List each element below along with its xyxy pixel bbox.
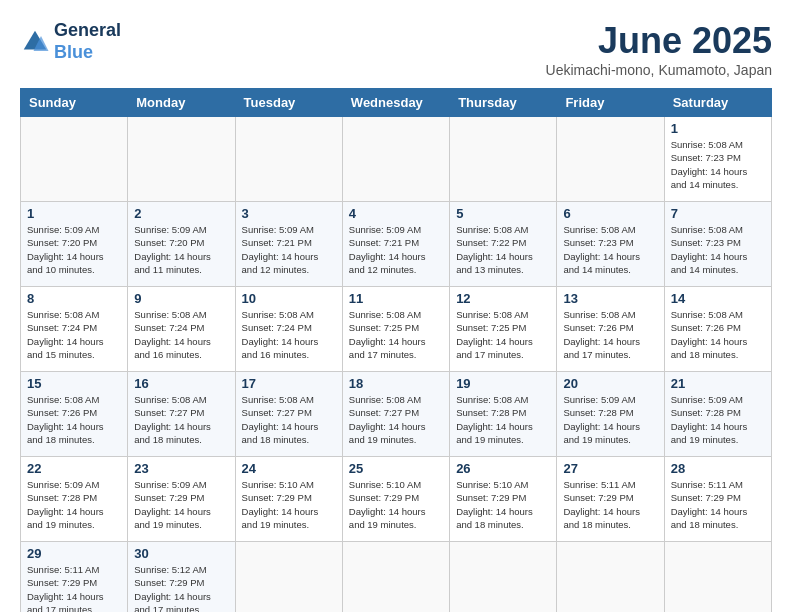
week-row-1: 1Sunrise: 5:08 AMSunset: 7:23 PMDaylight… bbox=[21, 117, 772, 202]
day-info: Sunrise: 5:09 AMSunset: 7:21 PMDaylight:… bbox=[242, 223, 336, 276]
day-info: Sunrise: 5:08 AMSunset: 7:27 PMDaylight:… bbox=[134, 393, 228, 446]
day-info: Sunrise: 5:08 AMSunset: 7:24 PMDaylight:… bbox=[134, 308, 228, 361]
day-info: Sunrise: 5:08 AMSunset: 7:23 PMDaylight:… bbox=[671, 223, 765, 276]
day-number: 3 bbox=[242, 206, 336, 221]
title-area: June 2025 Uekimachi-mono, Kumamoto, Japa… bbox=[546, 20, 772, 78]
week-row-5: 22Sunrise: 5:09 AMSunset: 7:28 PMDayligh… bbox=[21, 457, 772, 542]
calendar-cell: 18Sunrise: 5:08 AMSunset: 7:27 PMDayligh… bbox=[342, 372, 449, 457]
day-info: Sunrise: 5:08 AMSunset: 7:26 PMDaylight:… bbox=[671, 308, 765, 361]
day-number: 20 bbox=[563, 376, 657, 391]
week-row-6: 29Sunrise: 5:11 AMSunset: 7:29 PMDayligh… bbox=[21, 542, 772, 613]
day-number: 21 bbox=[671, 376, 765, 391]
day-number: 6 bbox=[563, 206, 657, 221]
day-number: 5 bbox=[456, 206, 550, 221]
calendar-cell bbox=[235, 542, 342, 613]
day-info: Sunrise: 5:08 AMSunset: 7:27 PMDaylight:… bbox=[242, 393, 336, 446]
calendar-cell bbox=[450, 117, 557, 202]
calendar-cell: 20Sunrise: 5:09 AMSunset: 7:28 PMDayligh… bbox=[557, 372, 664, 457]
calendar-cell: 6Sunrise: 5:08 AMSunset: 7:23 PMDaylight… bbox=[557, 202, 664, 287]
weekday-header-sunday: Sunday bbox=[21, 89, 128, 117]
calendar-cell bbox=[450, 542, 557, 613]
calendar-cell: 26Sunrise: 5:10 AMSunset: 7:29 PMDayligh… bbox=[450, 457, 557, 542]
calendar-cell bbox=[235, 117, 342, 202]
day-info: Sunrise: 5:11 AMSunset: 7:29 PMDaylight:… bbox=[563, 478, 657, 531]
day-number: 12 bbox=[456, 291, 550, 306]
day-number: 11 bbox=[349, 291, 443, 306]
day-number: 1 bbox=[27, 206, 121, 221]
logo-icon bbox=[20, 27, 50, 57]
calendar-cell: 10Sunrise: 5:08 AMSunset: 7:24 PMDayligh… bbox=[235, 287, 342, 372]
day-info: Sunrise: 5:09 AMSunset: 7:28 PMDaylight:… bbox=[671, 393, 765, 446]
calendar-cell: 23Sunrise: 5:09 AMSunset: 7:29 PMDayligh… bbox=[128, 457, 235, 542]
day-info: Sunrise: 5:10 AMSunset: 7:29 PMDaylight:… bbox=[349, 478, 443, 531]
day-number: 22 bbox=[27, 461, 121, 476]
weekday-header-monday: Monday bbox=[128, 89, 235, 117]
calendar-cell bbox=[342, 542, 449, 613]
calendar-cell: 21Sunrise: 5:09 AMSunset: 7:28 PMDayligh… bbox=[664, 372, 771, 457]
day-info: Sunrise: 5:09 AMSunset: 7:28 PMDaylight:… bbox=[27, 478, 121, 531]
calendar-cell: 13Sunrise: 5:08 AMSunset: 7:26 PMDayligh… bbox=[557, 287, 664, 372]
day-info: Sunrise: 5:09 AMSunset: 7:20 PMDaylight:… bbox=[134, 223, 228, 276]
day-info: Sunrise: 5:08 AMSunset: 7:27 PMDaylight:… bbox=[349, 393, 443, 446]
calendar-cell: 22Sunrise: 5:09 AMSunset: 7:28 PMDayligh… bbox=[21, 457, 128, 542]
week-row-3: 8Sunrise: 5:08 AMSunset: 7:24 PMDaylight… bbox=[21, 287, 772, 372]
day-number: 9 bbox=[134, 291, 228, 306]
day-info: Sunrise: 5:08 AMSunset: 7:26 PMDaylight:… bbox=[563, 308, 657, 361]
calendar-cell: 30Sunrise: 5:12 AMSunset: 7:29 PMDayligh… bbox=[128, 542, 235, 613]
calendar-cell: 7Sunrise: 5:08 AMSunset: 7:23 PMDaylight… bbox=[664, 202, 771, 287]
calendar-cell: 2Sunrise: 5:09 AMSunset: 7:20 PMDaylight… bbox=[128, 202, 235, 287]
calendar-cell: 15Sunrise: 5:08 AMSunset: 7:26 PMDayligh… bbox=[21, 372, 128, 457]
day-number: 26 bbox=[456, 461, 550, 476]
calendar-cell: 8Sunrise: 5:08 AMSunset: 7:24 PMDaylight… bbox=[21, 287, 128, 372]
day-number: 15 bbox=[27, 376, 121, 391]
calendar-cell: 29Sunrise: 5:11 AMSunset: 7:29 PMDayligh… bbox=[21, 542, 128, 613]
weekday-header-wednesday: Wednesday bbox=[342, 89, 449, 117]
calendar-table: SundayMondayTuesdayWednesdayThursdayFrid… bbox=[20, 88, 772, 612]
weekday-header-row: SundayMondayTuesdayWednesdayThursdayFrid… bbox=[21, 89, 772, 117]
day-info: Sunrise: 5:09 AMSunset: 7:21 PMDaylight:… bbox=[349, 223, 443, 276]
day-info: Sunrise: 5:10 AMSunset: 7:29 PMDaylight:… bbox=[242, 478, 336, 531]
calendar-cell: 25Sunrise: 5:10 AMSunset: 7:29 PMDayligh… bbox=[342, 457, 449, 542]
calendar-cell bbox=[664, 542, 771, 613]
calendar-cell: 4Sunrise: 5:09 AMSunset: 7:21 PMDaylight… bbox=[342, 202, 449, 287]
calendar-cell: 28Sunrise: 5:11 AMSunset: 7:29 PMDayligh… bbox=[664, 457, 771, 542]
calendar-cell: 11Sunrise: 5:08 AMSunset: 7:25 PMDayligh… bbox=[342, 287, 449, 372]
calendar-cell: 12Sunrise: 5:08 AMSunset: 7:25 PMDayligh… bbox=[450, 287, 557, 372]
logo-text: General Blue bbox=[54, 20, 121, 63]
day-info: Sunrise: 5:08 AMSunset: 7:23 PMDaylight:… bbox=[563, 223, 657, 276]
day-info: Sunrise: 5:08 AMSunset: 7:25 PMDaylight:… bbox=[349, 308, 443, 361]
day-info: Sunrise: 5:09 AMSunset: 7:29 PMDaylight:… bbox=[134, 478, 228, 531]
day-info: Sunrise: 5:08 AMSunset: 7:22 PMDaylight:… bbox=[456, 223, 550, 276]
day-info: Sunrise: 5:08 AMSunset: 7:23 PMDaylight:… bbox=[671, 138, 765, 191]
calendar-cell bbox=[342, 117, 449, 202]
day-number: 29 bbox=[27, 546, 121, 561]
day-info: Sunrise: 5:11 AMSunset: 7:29 PMDaylight:… bbox=[671, 478, 765, 531]
day-number: 19 bbox=[456, 376, 550, 391]
header: General Blue June 2025 Uekimachi-mono, K… bbox=[20, 20, 772, 78]
weekday-header-tuesday: Tuesday bbox=[235, 89, 342, 117]
day-number: 8 bbox=[27, 291, 121, 306]
calendar-cell bbox=[557, 542, 664, 613]
day-number: 30 bbox=[134, 546, 228, 561]
day-number: 4 bbox=[349, 206, 443, 221]
calendar-cell: 14Sunrise: 5:08 AMSunset: 7:26 PMDayligh… bbox=[664, 287, 771, 372]
weekday-header-friday: Friday bbox=[557, 89, 664, 117]
weekday-header-saturday: Saturday bbox=[664, 89, 771, 117]
day-info: Sunrise: 5:08 AMSunset: 7:25 PMDaylight:… bbox=[456, 308, 550, 361]
week-row-2: 1Sunrise: 5:09 AMSunset: 7:20 PMDaylight… bbox=[21, 202, 772, 287]
day-number: 23 bbox=[134, 461, 228, 476]
day-number: 1 bbox=[671, 121, 765, 136]
calendar-cell: 19Sunrise: 5:08 AMSunset: 7:28 PMDayligh… bbox=[450, 372, 557, 457]
calendar-cell: 27Sunrise: 5:11 AMSunset: 7:29 PMDayligh… bbox=[557, 457, 664, 542]
day-number: 25 bbox=[349, 461, 443, 476]
day-info: Sunrise: 5:08 AMSunset: 7:28 PMDaylight:… bbox=[456, 393, 550, 446]
week-row-4: 15Sunrise: 5:08 AMSunset: 7:26 PMDayligh… bbox=[21, 372, 772, 457]
calendar-cell: 1Sunrise: 5:08 AMSunset: 7:23 PMDaylight… bbox=[664, 117, 771, 202]
day-number: 16 bbox=[134, 376, 228, 391]
day-number: 2 bbox=[134, 206, 228, 221]
day-info: Sunrise: 5:08 AMSunset: 7:24 PMDaylight:… bbox=[27, 308, 121, 361]
day-number: 17 bbox=[242, 376, 336, 391]
day-info: Sunrise: 5:09 AMSunset: 7:28 PMDaylight:… bbox=[563, 393, 657, 446]
day-number: 28 bbox=[671, 461, 765, 476]
calendar-cell: 16Sunrise: 5:08 AMSunset: 7:27 PMDayligh… bbox=[128, 372, 235, 457]
